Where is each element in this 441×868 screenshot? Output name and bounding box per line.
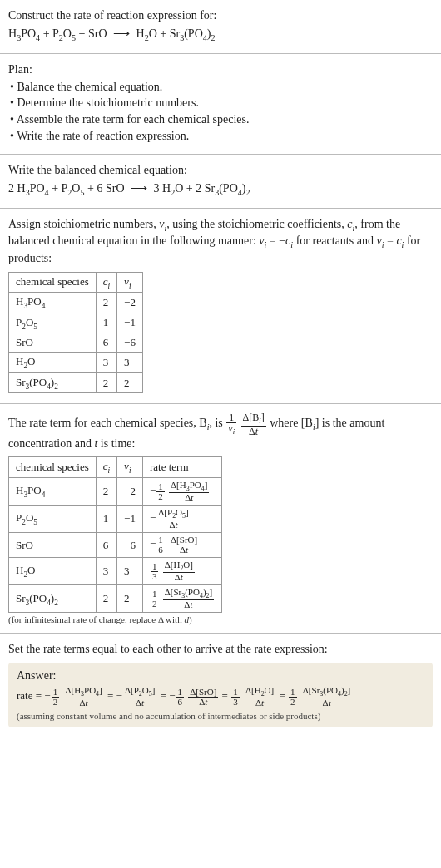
ci-cell: 1	[96, 313, 116, 333]
intro-equation: H3PO4 + P2O5 + SrO ⟶ H2O + Sr3(PO4)2	[8, 27, 433, 42]
species-cell: H2O	[9, 558, 97, 585]
section-stoich: Assign stoichiometric numbers, νi, using…	[0, 209, 441, 405]
rate-cell: −16 Δ[SrO]Δt	[142, 533, 221, 558]
vi-cell: 3	[117, 558, 143, 585]
table-row: H2O 3 3	[9, 353, 143, 373]
species-cell: SrO	[9, 333, 97, 353]
table-row: SrO 6 −6	[9, 333, 143, 353]
section-plan: Plan: • Balance the chemical equation. •…	[0, 54, 441, 155]
table-row: H3PO4 2 −2 −12 Δ[H3PO4]Δt	[9, 477, 222, 505]
table-header-row: chemical species ci νi	[9, 272, 143, 293]
rateterm-intro: The rate term for each chemical species,…	[8, 412, 433, 451]
ci-cell: 2	[96, 293, 116, 313]
species-cell: Sr3(PO4)2	[9, 585, 97, 613]
vi-cell: 2	[117, 372, 143, 393]
answer-note: (assuming constant volume and no accumul…	[17, 711, 424, 721]
table-row: Sr3(PO4)2 2 2	[9, 372, 143, 393]
rate-cell: 12 Δ[Sr3(PO4)2]Δt	[142, 585, 221, 613]
col-ci: ci	[96, 272, 116, 293]
ci-cell: 2	[96, 585, 116, 613]
vi-cell: −1	[117, 506, 143, 533]
table-row: H3PO4 2 −2	[9, 293, 143, 313]
species-cell: H3PO4	[9, 477, 97, 505]
ci-cell: 2	[96, 372, 116, 393]
section-intro: Construct the rate of reaction expressio…	[0, 0, 441, 54]
section-final: Set the rate terms equal to each other t…	[0, 634, 441, 736]
final-intro: Set the rate terms equal to each other t…	[8, 642, 433, 658]
table-header-row: chemical species ci νi rate term	[9, 457, 222, 478]
rate-cell: 13 Δ[H2O]Δt	[142, 558, 221, 585]
col-rate: rate term	[142, 457, 221, 478]
species-cell: SrO	[9, 533, 97, 558]
table-row: H2O 3 3 13 Δ[H2O]Δt	[9, 558, 222, 585]
vi-cell: −6	[117, 333, 143, 353]
vi-cell: −1	[117, 313, 143, 333]
col-ci: ci	[96, 457, 116, 478]
col-vi: νi	[117, 457, 143, 478]
section-rateterm: The rate term for each chemical species,…	[0, 404, 441, 634]
species-cell: H2O	[9, 353, 97, 373]
ci-cell: 2	[96, 477, 116, 505]
ci-cell: 6	[96, 533, 116, 558]
answer-box: Answer: rate = −12 Δ[H3PO4]Δt = −Δ[P2O5]…	[8, 663, 433, 727]
plan-item: • Assemble the rate term for each chemic…	[10, 112, 433, 128]
answer-title: Answer:	[17, 669, 424, 683]
vi-cell: 3	[117, 353, 143, 373]
plan-item: • Write the rate of reaction expression.	[10, 129, 433, 145]
section-balanced: Write the balanced chemical equation: 2 …	[0, 155, 441, 209]
col-vi: νi	[117, 272, 143, 293]
vi-cell: −6	[117, 533, 143, 558]
col-species: chemical species	[9, 272, 97, 293]
ci-cell: 6	[96, 333, 116, 353]
rate-cell: −12 Δ[H3PO4]Δt	[142, 477, 221, 505]
ci-cell: 3	[96, 558, 116, 585]
stoich-table: chemical species ci νi H3PO4 2 −2 P2O5 1…	[8, 272, 143, 394]
balanced-title: Write the balanced chemical equation:	[8, 163, 433, 179]
answer-equation: rate = −12 Δ[H3PO4]Δt = −Δ[P2O5]Δt = −16…	[17, 686, 424, 708]
balanced-equation: 2 H3PO4 + P2O5 + 6 SrO ⟶ 3 H2O + 2 Sr3(P…	[8, 181, 433, 197]
table-row: P2O5 1 −1 −Δ[P2O5]Δt	[9, 506, 222, 533]
plan-list: • Balance the chemical equation. • Deter…	[10, 80, 433, 145]
vi-cell: 2	[117, 585, 143, 613]
ci-cell: 1	[96, 506, 116, 533]
table-row: P2O5 1 −1	[9, 313, 143, 333]
species-cell: P2O5	[9, 313, 97, 333]
table-row: Sr3(PO4)2 2 2 12 Δ[Sr3(PO4)2]Δt	[9, 585, 222, 613]
species-cell: P2O5	[9, 506, 97, 533]
plan-item: • Balance the chemical equation.	[10, 80, 433, 96]
plan-title: Plan:	[8, 62, 433, 78]
vi-cell: −2	[117, 477, 143, 505]
plan-item: • Determine the stoichiometric numbers.	[10, 96, 433, 111]
intro-title: Construct the rate of reaction expressio…	[8, 8, 433, 24]
stoich-intro: Assign stoichiometric numbers, νi, using…	[8, 217, 433, 267]
col-species: chemical species	[9, 457, 97, 478]
rateterm-footnote: (for infinitesimal rate of change, repla…	[8, 614, 433, 624]
table-row: SrO 6 −6 −16 Δ[SrO]Δt	[9, 533, 222, 558]
ci-cell: 3	[96, 353, 116, 373]
rateterm-table: chemical species ci νi rate term H3PO4 2…	[8, 456, 222, 613]
species-cell: Sr3(PO4)2	[9, 372, 97, 393]
rate-cell: −Δ[P2O5]Δt	[142, 506, 221, 533]
vi-cell: −2	[117, 293, 143, 313]
species-cell: H3PO4	[9, 293, 97, 313]
